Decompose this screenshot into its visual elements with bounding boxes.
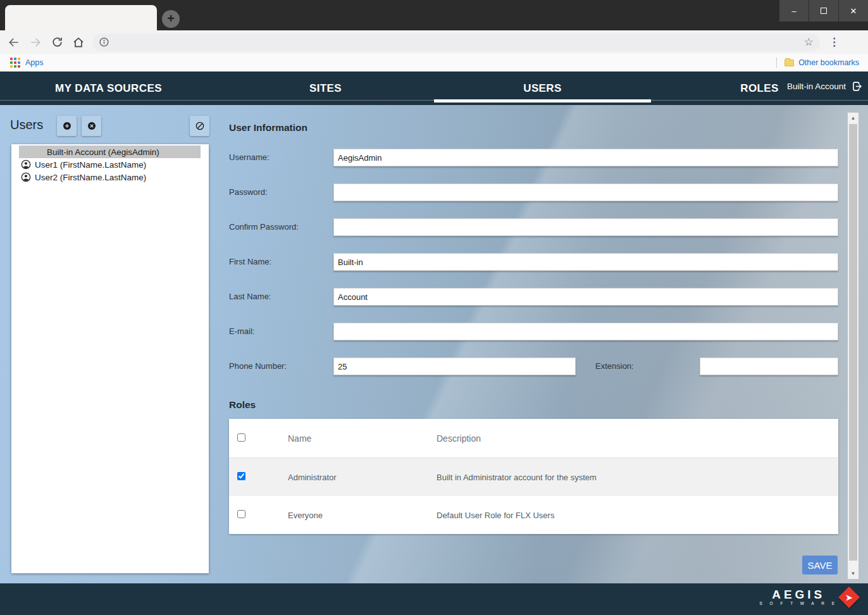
nav-users[interactable]: USERS — [434, 71, 651, 105]
email-input[interactable] — [333, 323, 838, 340]
user-information-title: User Information — [229, 122, 307, 134]
minimize-button[interactable]: – — [779, 0, 809, 22]
username-input[interactable] — [333, 149, 838, 166]
select-all-checkbox[interactable] — [237, 433, 245, 442]
aegis-logo: AEGIS S O F T W A R E ➤ — [759, 588, 857, 606]
scroll-down-icon[interactable]: ▼ — [848, 568, 859, 579]
name-column-header: Name — [288, 433, 437, 444]
logo-brand-subtext: S O F T W A R E — [759, 601, 838, 606]
administrator-checkbox[interactable] — [237, 472, 245, 480]
site-info-icon[interactable] — [99, 37, 109, 47]
first-name-input[interactable] — [333, 253, 838, 271]
browser-toolbar: ☆ ⋮ — [0, 30, 868, 54]
apps-bookmark[interactable]: Apps — [25, 58, 44, 67]
person-icon — [21, 159, 31, 170]
bookmark-star-icon[interactable]: ☆ — [804, 35, 814, 49]
logo-arrow-icon: ➤ — [838, 587, 860, 608]
phone-input[interactable] — [333, 357, 576, 375]
description-column-header: Description — [437, 433, 838, 444]
app-navbar: MY DATA SOURCES SITES USERS ROLES Built-… — [0, 71, 868, 105]
reload-icon[interactable] — [49, 35, 65, 50]
role-name: Everyone — [288, 511, 437, 520]
home-icon[interactable] — [71, 35, 86, 50]
other-bookmarks-button[interactable]: Other bookmarks — [798, 58, 859, 67]
role-description: Built in Administrator account for the s… — [437, 473, 838, 482]
back-icon[interactable] — [6, 35, 22, 50]
first-name-row: First Name: — [229, 253, 838, 271]
confirm-password-label: Confirm Password: — [229, 218, 333, 236]
list-item-built-in-account[interactable]: Built-in Account (AegisAdmin) — [19, 146, 201, 158]
list-item-user2[interactable]: User2 (FirstName.LastName) — [12, 171, 208, 183]
confirm-password-input[interactable] — [333, 218, 838, 236]
user-label: User1 (FirstName.LastName) — [35, 160, 146, 170]
username-row: Username: — [229, 149, 838, 166]
add-user-button[interactable] — [57, 116, 77, 136]
password-row: Password: — [229, 183, 838, 201]
bookmarks-bar: Apps Other bookmarks — [0, 54, 868, 71]
scroll-up-icon[interactable]: ▲ — [848, 113, 859, 123]
new-tab-button[interactable]: + — [162, 10, 180, 28]
folder-icon — [784, 59, 794, 66]
app-footer: AEGIS S O F T W A R E ➤ — [0, 583, 868, 615]
user-list: Built-in Account (AegisAdmin) User1 (Fir… — [11, 144, 209, 573]
cancel-button[interactable] — [190, 116, 209, 136]
person-icon — [21, 172, 31, 182]
roles-table: Name Description Administrator Built in … — [229, 419, 838, 534]
user-label: Built-in Account (AegisAdmin) — [47, 147, 159, 157]
page-scrollbar[interactable]: ▲ ▼ — [848, 113, 859, 579]
nav-sites[interactable]: SITES — [217, 71, 434, 105]
last-name-row: Last Name: — [229, 288, 838, 306]
confirm-password-row: Confirm Password: — [229, 218, 838, 236]
role-description: Default User Role for FLX Users — [437, 511, 838, 520]
phone-label: Phone Number: — [229, 357, 333, 375]
maximize-button[interactable] — [809, 0, 838, 22]
role-row-everyone[interactable]: Everyone Default User Role for FLX Users — [229, 496, 838, 534]
browser-tab[interactable] — [5, 5, 157, 30]
logout-icon[interactable] — [851, 80, 863, 92]
phone-row: Phone Number: Extension: — [229, 357, 838, 375]
users-panel-title: Users — [10, 118, 43, 132]
extension-input[interactable] — [700, 357, 838, 375]
everyone-checkbox[interactable] — [237, 510, 245, 518]
browser-titlebar: + – ✕ — [0, 0, 868, 30]
extension-label: Extension: — [595, 357, 671, 375]
maximize-icon — [821, 8, 827, 14]
roles-header-row: Name Description — [229, 419, 838, 458]
logo-brand-text: AEGIS — [759, 588, 838, 601]
forward-icon[interactable] — [28, 35, 43, 50]
user-information-panel: User Information Username: Password: Con… — [229, 105, 838, 583]
scrollbar-thumb[interactable] — [849, 124, 857, 561]
nav-my-data-sources[interactable]: MY DATA SOURCES — [0, 71, 217, 105]
browser-menu-icon[interactable]: ⋮ — [829, 35, 840, 49]
list-item-user1[interactable]: User1 (FirstName.LastName) — [12, 158, 208, 171]
email-label: E-mail: — [229, 323, 333, 340]
page-content: Users Built-in Account (AegisAdmin) User… — [0, 105, 868, 583]
delete-user-button[interactable] — [82, 116, 101, 136]
account-name: Built-in Account — [787, 82, 846, 91]
address-bar[interactable]: ☆ — [92, 34, 820, 51]
first-name-label: First Name: — [229, 253, 333, 271]
bookmarks-divider — [776, 58, 777, 68]
password-label: Password: — [229, 183, 333, 201]
role-row-administrator[interactable]: Administrator Built in Administrator acc… — [229, 458, 838, 496]
last-name-label: Last Name: — [229, 288, 333, 306]
apps-grid-icon[interactable] — [10, 58, 20, 68]
password-input[interactable] — [333, 183, 838, 201]
role-name: Administrator — [288, 473, 437, 482]
email-row: E-mail: — [229, 323, 838, 340]
close-button[interactable]: ✕ — [839, 0, 868, 22]
last-name-input[interactable] — [333, 288, 838, 306]
username-label: Username: — [229, 149, 333, 166]
save-button[interactable]: SAVE — [802, 556, 838, 575]
roles-title: Roles — [229, 399, 256, 411]
user-label: User2 (FirstName.LastName) — [35, 173, 146, 182]
